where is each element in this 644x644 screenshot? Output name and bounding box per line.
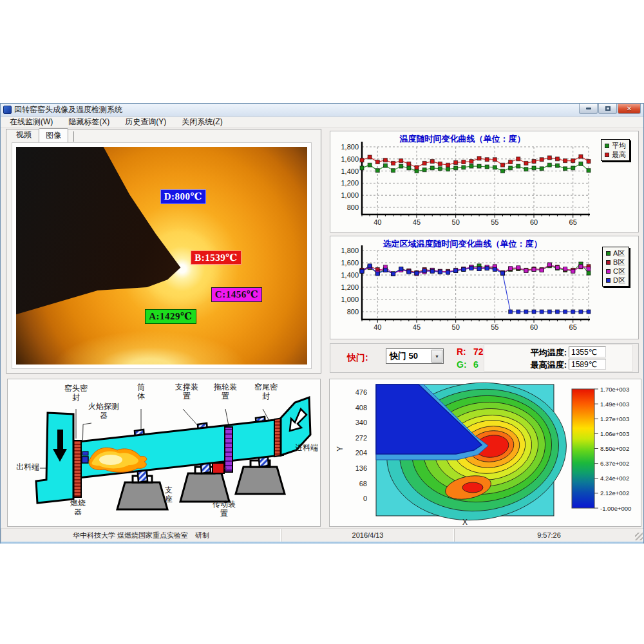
- g-label: G:: [457, 359, 467, 370]
- avg-temp-field[interactable]: [569, 346, 606, 357]
- temp-label-C: C:1456℃: [211, 287, 262, 302]
- avg-temp-label: 平均温度:: [483, 347, 567, 359]
- temperature-field-contour: 476408340272204136680YX1.70e+0031.49e+00…: [330, 379, 642, 527]
- svg-text:0: 0: [363, 495, 367, 502]
- window-bottom-border: [1, 542, 643, 544]
- shutter-selected-value: 快门 50: [386, 350, 431, 362]
- svg-text:50: 50: [452, 218, 460, 226]
- menu-item-2[interactable]: 历史查询(Y): [120, 117, 171, 128]
- svg-text:50: 50: [452, 323, 460, 331]
- shutter-label: 快门:: [347, 352, 368, 364]
- svg-text:1,000: 1,000: [341, 296, 359, 303]
- legend-entry: D区: [606, 276, 625, 285]
- svg-text:476: 476: [355, 388, 367, 396]
- svg-text:-1.00e+000: -1.00e+000: [600, 505, 631, 512]
- close-icon: ✕: [627, 106, 632, 112]
- legend-entry: B区: [606, 258, 625, 267]
- legend-label: D区: [613, 276, 625, 285]
- legend-marker-icon: [606, 278, 611, 283]
- diagram-label-pedestal: 支 座: [162, 486, 175, 504]
- chevron-down-icon[interactable]: ▼: [431, 350, 442, 363]
- flame-image-frame: D:800℃B:1539℃C:1456℃A:1429℃: [12, 142, 312, 369]
- temp-label-B: B:1539℃: [191, 251, 241, 265]
- temp-label-A: A:1429℃: [145, 309, 196, 324]
- status-credit: 华中科技大学 煤燃烧国家重点实验室 研制: [1, 529, 281, 542]
- svg-text:1.70e+003: 1.70e+003: [600, 386, 629, 393]
- menu-bar: 在线监测(W)隐藏标签(X)历史查询(Y)关闭系统(Z): [1, 117, 643, 128]
- minimize-icon: [586, 108, 591, 109]
- menu-item-1[interactable]: 隐藏标签(X): [63, 117, 115, 128]
- app-window: 回转窑窑头成像及温度检测系统 ✕ 在线监测(W)隐藏标签(X)历史查询(Y)关闭…: [0, 103, 644, 544]
- close-button[interactable]: ✕: [618, 104, 641, 114]
- title-bar[interactable]: 回转窑窑头成像及温度检测系统 ✕: [1, 104, 643, 117]
- svg-text:65: 65: [569, 218, 577, 226]
- svg-text:1.49e+003: 1.49e+003: [600, 401, 629, 408]
- temp-time-chart-panel: 温度随时间变化曲线（单位：度） 8001,0001,2001,4001,6001…: [330, 131, 639, 232]
- svg-text:1,400: 1,400: [341, 167, 359, 175]
- legend-marker-icon: [606, 260, 611, 265]
- diagram-label-kiln-head-seal: 窑头密 封: [61, 384, 91, 402]
- diagram-label-roller-device: 拖轮装 置: [209, 383, 242, 401]
- status-time: 9:57:26: [455, 529, 643, 542]
- diagram-label-drive-device: 传动装 置: [207, 500, 241, 518]
- svg-text:1,200: 1,200: [341, 283, 359, 291]
- legend-marker-icon: [605, 144, 609, 148]
- diagram-label-kiln-tail-seal: 窑尾密 封: [250, 383, 282, 401]
- shutter-select[interactable]: 快门 50 ▼: [386, 348, 444, 364]
- svg-text:40: 40: [374, 323, 381, 331]
- minimize-button[interactable]: [579, 104, 598, 114]
- svg-text:1.06e+003: 1.06e+003: [600, 430, 629, 437]
- legend-label: C区: [613, 267, 625, 276]
- r-label: R:: [457, 346, 466, 357]
- status-date: 2016/4/13: [281, 529, 455, 542]
- app-icon: [3, 106, 12, 114]
- legend-label: 平均: [612, 141, 626, 150]
- client-area: 视频图像 D:800℃B:1539℃C:1456℃A:1429℃ 温度随时间变化…: [1, 128, 643, 528]
- legend-entry: C区: [606, 267, 625, 276]
- temp-time-chart: 8001,0001,2001,4001,6001,800404550556065: [330, 131, 639, 233]
- svg-text:45: 45: [413, 218, 421, 226]
- diagram-label-inlet-end: 进料端: [293, 444, 320, 453]
- svg-text:408: 408: [355, 404, 367, 412]
- kiln-flame-image: D:800℃B:1539℃C:1456℃A:1429℃: [16, 147, 307, 365]
- r-value: 72: [473, 346, 484, 357]
- legend-entry: 平均: [605, 141, 626, 150]
- svg-text:68: 68: [359, 480, 367, 488]
- maximize-button[interactable]: [598, 104, 617, 114]
- svg-text:204: 204: [355, 449, 367, 457]
- chart1-title: 温度随时间变化曲线（单位：度）: [330, 133, 594, 145]
- diagram-label-support-device: 支撑装 置: [170, 383, 204, 401]
- kiln-diagram-panel: 窑头密 封火焰探测 器筒 体支撑装 置拖轮装 置窑尾密 封进料端出料端燃烧 器支…: [7, 379, 321, 527]
- legend-label: 最高: [612, 150, 626, 159]
- svg-text:65: 65: [569, 323, 577, 331]
- legend-entry: 最高: [605, 150, 626, 159]
- legend-label: A区: [613, 249, 625, 258]
- max-temp-field[interactable]: [569, 359, 606, 370]
- diagram-label-flame-detector: 火焰探测 器: [82, 402, 125, 421]
- legend-entry: A区: [606, 249, 625, 258]
- svg-text:Y: Y: [336, 446, 345, 451]
- region-temp-chart-panel: 选定区域温度随时间变化曲线（单位：度） 8001,0001,2001,4001,…: [330, 236, 639, 339]
- svg-text:45: 45: [413, 323, 421, 331]
- window-title: 回转窑窑头成像及温度检测系统: [14, 104, 122, 115]
- legend-marker-icon: [606, 269, 611, 274]
- svg-text:60: 60: [530, 218, 538, 226]
- svg-text:800: 800: [347, 308, 359, 316]
- diagram-label-shell: 筒 体: [134, 383, 148, 401]
- svg-text:1,600: 1,600: [341, 259, 359, 267]
- legend-marker-icon: [606, 251, 611, 256]
- temp-label-D: D:800℃: [160, 189, 206, 204]
- svg-text:1,600: 1,600: [341, 155, 359, 163]
- svg-text:340: 340: [355, 419, 367, 426]
- menu-item-0[interactable]: 在线监测(W): [5, 117, 58, 128]
- tab-0[interactable]: 视频: [9, 128, 39, 143]
- tab-1[interactable]: 图像: [39, 128, 68, 144]
- max-temp-label: 最高温度:: [483, 359, 567, 371]
- legend-label: B区: [613, 258, 625, 267]
- svg-text:60: 60: [530, 323, 538, 331]
- resize-grip[interactable]: [635, 533, 643, 540]
- menu-item-3[interactable]: 关闭系统(Z): [176, 117, 227, 128]
- svg-text:6.37e+002: 6.37e+002: [600, 460, 629, 467]
- svg-text:55: 55: [491, 323, 498, 331]
- svg-text:136: 136: [355, 464, 367, 472]
